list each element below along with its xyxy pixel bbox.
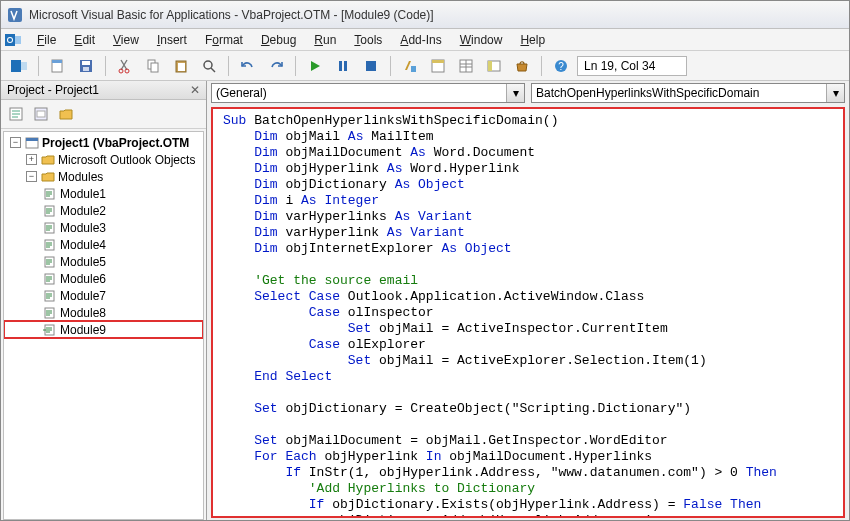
module-icon (42, 220, 58, 236)
break-button[interactable] (331, 54, 355, 78)
save-button[interactable] (74, 54, 98, 78)
menubar: File Edit View Insert Format Debug Run T… (1, 29, 849, 51)
separator (105, 56, 106, 76)
module-icon (42, 203, 58, 219)
menu-insert[interactable]: Insert (149, 31, 195, 49)
find-button[interactable] (197, 54, 221, 78)
paste-button[interactable] (169, 54, 193, 78)
collapse-icon[interactable]: − (10, 137, 21, 148)
toolbox-button[interactable] (510, 54, 534, 78)
tree-module-item[interactable]: Module6 (4, 270, 203, 287)
module-icon (42, 186, 58, 202)
outlook-icon[interactable] (5, 32, 21, 48)
code-dropdown-bar: (General) ▾ BatchOpenHyperlinksWithSpeci… (207, 81, 849, 105)
svg-rect-24 (432, 60, 444, 63)
design-mode-button[interactable] (398, 54, 422, 78)
project-explorer-toolbar (1, 100, 206, 129)
code-pane: (General) ▾ BatchOpenHyperlinksWithSpeci… (207, 81, 849, 521)
redo-button[interactable] (264, 54, 288, 78)
project-explorer: Project - Project1 ✕ − Project1 (VbaProj… (1, 81, 207, 521)
project-tree[interactable]: − Project1 (VbaProject.OTM + Microsoft O… (3, 131, 204, 520)
tree-module-item[interactable]: Module5 (4, 253, 203, 270)
project-explorer-button[interactable] (426, 54, 450, 78)
svg-text:?: ? (558, 61, 564, 72)
help-button[interactable]: ? (549, 54, 573, 78)
separator (390, 56, 391, 76)
svg-rect-17 (178, 63, 185, 71)
project-icon (24, 135, 40, 151)
menu-run[interactable]: Run (306, 31, 344, 49)
main-area: Project - Project1 ✕ − Project1 (VbaProj… (1, 81, 849, 521)
collapse-icon[interactable]: − (26, 171, 37, 182)
separator (541, 56, 542, 76)
svg-rect-10 (82, 61, 90, 65)
tree-module-item[interactable]: Module2 (4, 202, 203, 219)
svg-rect-21 (344, 61, 347, 71)
reset-button[interactable] (359, 54, 383, 78)
code-editor[interactable]: Sub BatchOpenHyperlinksWithSpecificDomai… (211, 107, 845, 518)
svg-line-19 (211, 68, 215, 72)
svg-rect-15 (151, 63, 158, 72)
insert-module-button[interactable] (46, 54, 70, 78)
copy-button[interactable] (141, 54, 165, 78)
cursor-position: Ln 19, Col 34 (577, 56, 687, 76)
separator (295, 56, 296, 76)
svg-rect-2 (15, 36, 21, 44)
separator (38, 56, 39, 76)
svg-point-4 (8, 38, 12, 42)
separator (228, 56, 229, 76)
run-button[interactable] (303, 54, 327, 78)
titlebar: Microsoft Visual Basic for Applications … (1, 1, 849, 29)
tree-module-item[interactable]: Module4 (4, 236, 203, 253)
cut-button[interactable] (113, 54, 137, 78)
svg-rect-6 (21, 62, 27, 70)
tree-module-item[interactable]: Module8 (4, 304, 203, 321)
menu-debug[interactable]: Debug (253, 31, 304, 49)
svg-rect-20 (339, 61, 342, 71)
tree-module-item[interactable]: Module7 (4, 287, 203, 304)
view-code-button[interactable] (5, 103, 27, 125)
menu-window[interactable]: Window (452, 31, 511, 49)
object-browser-button[interactable] (482, 54, 506, 78)
menu-view[interactable]: View (105, 31, 147, 49)
module-icon (42, 322, 58, 338)
folder-icon (40, 152, 56, 168)
module-icon (42, 288, 58, 304)
chevron-down-icon[interactable]: ▾ (506, 84, 524, 102)
menu-tools[interactable]: Tools (346, 31, 390, 49)
properties-button[interactable] (454, 54, 478, 78)
menu-help[interactable]: Help (512, 31, 553, 49)
chevron-down-icon[interactable]: ▾ (826, 84, 844, 102)
tree-module-item[interactable]: Module3 (4, 219, 203, 236)
procedure-dropdown[interactable]: BatchOpenHyperlinksWithSpecificDomain ▾ (531, 83, 845, 103)
toggle-folders-button[interactable] (55, 103, 77, 125)
tree-module-item-selected[interactable]: Module9 (4, 321, 203, 338)
menu-edit[interactable]: Edit (66, 31, 103, 49)
module-icon (42, 305, 58, 321)
tree-outlook-objects[interactable]: + Microsoft Outlook Objects (4, 151, 203, 168)
tree-modules-folder[interactable]: − Modules (4, 168, 203, 185)
vba-app-icon (7, 7, 23, 23)
module-icon (42, 254, 58, 270)
tree-root[interactable]: − Project1 (VbaProject.OTM (4, 134, 203, 151)
svg-point-18 (204, 61, 212, 69)
svg-rect-11 (83, 67, 89, 71)
svg-rect-40 (26, 138, 38, 141)
toolbar: ? Ln 19, Col 34 (1, 51, 849, 81)
view-object-button[interactable] (30, 103, 52, 125)
svg-rect-38 (37, 111, 45, 117)
svg-rect-30 (488, 61, 492, 71)
expand-icon[interactable]: + (26, 154, 37, 165)
project-explorer-title: Project - Project1 ✕ (1, 81, 206, 100)
undo-button[interactable] (236, 54, 260, 78)
svg-rect-8 (52, 60, 62, 63)
menu-file[interactable]: File (29, 31, 64, 49)
close-icon[interactable]: ✕ (190, 83, 200, 97)
view-outlook-button[interactable] (7, 54, 31, 78)
object-dropdown[interactable]: (General) ▾ (211, 83, 525, 103)
menu-format[interactable]: Format (197, 31, 251, 49)
svg-rect-5 (11, 60, 21, 72)
tree-module-item[interactable]: Module1 (4, 185, 203, 202)
folder-icon (40, 169, 56, 185)
menu-addins[interactable]: Add-Ins (392, 31, 449, 49)
